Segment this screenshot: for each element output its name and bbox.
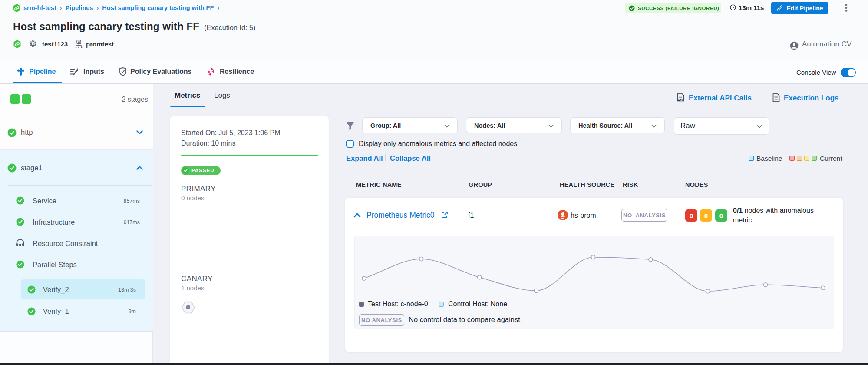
svg-text:API: API — [678, 99, 683, 102]
